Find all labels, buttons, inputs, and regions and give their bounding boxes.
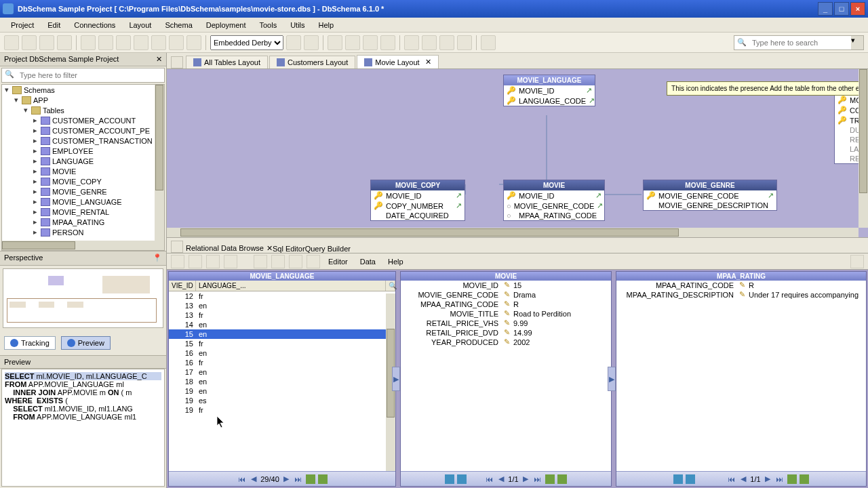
menu-connections[interactable]: Connections [67,20,122,30]
nav-edit-icon[interactable] [318,474,328,484]
nav-fk-icon[interactable] [686,474,695,484]
nav-prev-icon[interactable]: ◀ [738,474,749,485]
tree-tables[interactable]: ▾Tables [2,105,164,115]
bottom-tab[interactable]: Sql Editor [273,245,305,253]
data-add-icon[interactable] [271,255,285,268]
nav-first-icon[interactable]: ⏮ [236,474,247,485]
nav-link-icon[interactable] [673,474,683,484]
collapse-bottom-icon[interactable] [171,241,183,253]
close-button[interactable]: × [850,2,865,16]
layout-tab[interactable]: Movie Layout✕ [357,55,438,68]
connect-icon[interactable] [304,35,319,50]
expand-right-icon[interactable]: ▶ [392,367,400,391]
menu-help[interactable]: Help [312,20,341,30]
tree-table-mpaa_rating[interactable]: ▸MPAA_RATING [2,217,164,227]
open-icon[interactable] [22,35,37,50]
nav-add-icon[interactable] [787,474,797,484]
refresh-icon[interactable] [286,35,301,50]
undo-icon[interactable] [116,35,131,50]
print-icon[interactable] [81,35,96,50]
detail-row[interactable]: MPAA_RATING_CODE✎R [616,281,866,290]
layout-icon[interactable] [404,35,419,50]
sync-icon[interactable] [439,35,454,50]
tree-schemas[interactable]: ▾Schemas [2,85,164,95]
nav-prev-icon[interactable]: ◀ [496,474,507,485]
zoom-in-icon[interactable] [169,35,184,50]
tools-icon[interactable] [457,35,472,50]
layout-tab[interactable]: All Tables Layout [186,56,268,68]
detail-row[interactable]: YEAR_PRODUCED✎2002 [401,338,611,347]
table-row[interactable]: 15fr [169,339,395,348]
tree-hscrollbar[interactable] [2,241,164,250]
group-icon[interactable] [380,35,395,50]
zoom-out-icon[interactable] [151,35,166,50]
tree-table-customer_account_pe[interactable]: ▸CUSTOMER_ACCOUNT_PE [2,125,164,136]
data-prev-icon[interactable] [189,255,202,268]
nav-fk-icon[interactable] [457,474,467,484]
preview-button[interactable]: Preview [61,336,111,350]
nav-next-icon[interactable]: ▶ [762,474,773,485]
nav-next-icon[interactable]: ▶ [281,474,292,485]
table-row[interactable]: 18en [169,377,395,386]
tree-table-customer_transaction[interactable]: ▸CUSTOMER_TRANSACTION [2,136,164,146]
tree-table-movie_genre[interactable]: ▸MOVIE_GENRE [2,186,164,197]
nav-link-icon[interactable] [445,474,454,484]
collapse-left-icon[interactable] [171,56,183,68]
close-tab-icon[interactable]: ✕ [425,58,431,66]
bottom-tab[interactable]: Query Builder [305,245,351,253]
zoom-fit-icon[interactable] [186,35,201,50]
schema-tree[interactable]: ▾Schemas▾APP▾Tables▸CUSTOMER_ACCOUNT▸CUS… [1,84,165,251]
minimize-button[interactable]: _ [818,2,833,16]
table-row[interactable]: 16fr [169,358,395,367]
entity-movie[interactable]: MOVIE 🔑MOVIE_ID↗ ○MOVIE_GENRE_CODE↗ ○MPA… [503,180,605,221]
table-icon[interactable] [328,35,342,50]
maximize-button[interactable]: □ [834,2,849,16]
tree-app[interactable]: ▾APP [2,95,164,105]
tree-table-customer_account[interactable]: ▸CUSTOMER_ACCOUNT [2,115,164,125]
table-row[interactable]: 16en [169,348,395,358]
diagram-hscrollbar[interactable] [167,228,859,237]
menu-schema[interactable]: Schema [158,20,199,30]
help-icon[interactable] [481,35,496,50]
sql-preview[interactable]: SELECT ml.MOVIE_ID, ml.LANGUAGE_CFROM AP… [1,369,165,487]
tracking-button[interactable]: Tracking [4,336,56,350]
tree-table-employee[interactable]: ▸EMPLOYEE [2,146,164,156]
nav-add-icon[interactable] [545,474,555,484]
nav-prev-icon[interactable]: ◀ [248,474,259,485]
close-tab-icon[interactable]: ✕ [267,244,273,252]
nav-first-icon[interactable]: ⏮ [484,474,494,485]
table-row[interactable]: 19es [169,396,395,405]
tree-table-movie_rental[interactable]: ▸MOVIE_RENTAL [2,207,164,217]
entity-movie-genre[interactable]: MOVIE_GENRE 🔑MOVIE_GENRE_CODE↗ MOVIE_GEN… [643,180,777,211]
menu-project[interactable]: Project [4,20,41,30]
nav-edit-icon[interactable] [557,474,567,484]
menu-tools[interactable]: Tools [252,20,283,30]
tree-table-person[interactable]: ▸PERSON [2,227,164,237]
project-tab-pin-icon[interactable]: ✕ [156,55,162,64]
detail-row[interactable]: MOVIE_GENRE_CODE✎Drama [401,290,611,300]
diagram-vscrollbar[interactable] [859,69,868,228]
export-icon[interactable] [98,35,113,50]
expand-right-icon[interactable]: ▶ [608,367,616,391]
table-row[interactable]: 14en [169,320,395,329]
editor-menu[interactable]: Editor [324,256,352,267]
data-edit-icon[interactable] [254,255,267,268]
layout-minimap[interactable] [3,268,163,328]
menu-edit[interactable]: Edit [41,20,67,30]
nav-next-icon[interactable]: ▶ [520,474,531,485]
help-menu[interactable]: Help [384,256,408,267]
filter-input[interactable] [17,68,164,82]
table-row[interactable]: 15en [169,329,395,339]
menu-deployment[interactable]: Deployment [199,20,253,30]
nav-last-icon[interactable]: ⏭ [532,474,543,485]
nav-edit-icon[interactable] [800,474,809,484]
note-icon[interactable] [363,35,378,50]
tree-table-movie_language[interactable]: ▸MOVIE_LANGUAGE [2,197,164,207]
tree-vscrollbar[interactable] [155,85,164,250]
nav-last-icon[interactable]: ⏭ [774,474,785,485]
maximize-panel-icon[interactable] [850,255,864,268]
entity-movie-copy[interactable]: MOVIE_COPY 🔑MOVIE_ID↗ 🔑COPY_NUMBER↗ DATE… [370,180,465,221]
column-search-icon[interactable]: 🔍 [386,281,395,291]
tree-table-movie[interactable]: ▸MOVIE [2,166,164,176]
redo-icon[interactable] [134,35,149,50]
